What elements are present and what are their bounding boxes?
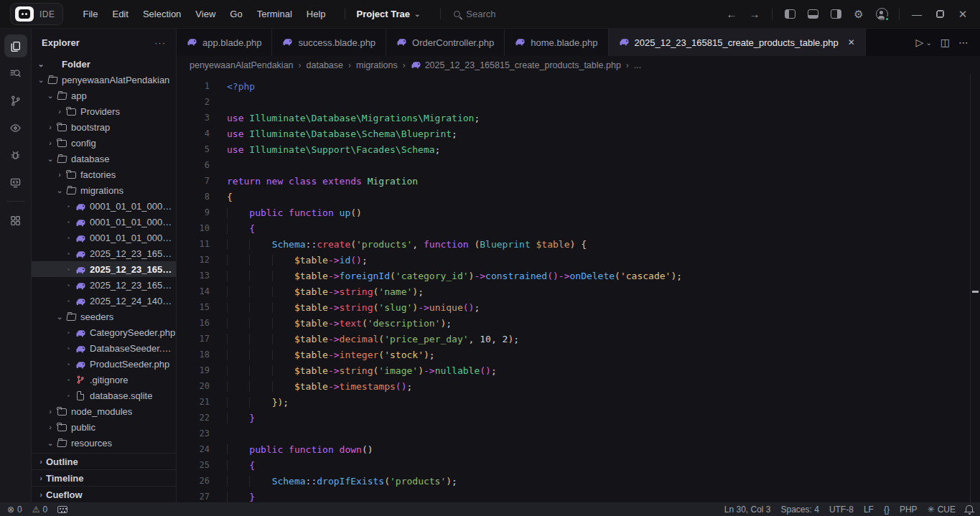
tree-item-penyewaanalatpendakian[interactable]: ⌄penyewaanAlatPendakian xyxy=(32,72,176,88)
source-control-icon[interactable] xyxy=(4,89,27,112)
tab-close-icon[interactable]: ✕ xyxy=(848,37,855,47)
status-warning[interactable]: ⚠0 xyxy=(32,505,47,515)
global-search[interactable]: Search xyxy=(440,9,495,19)
search-icon[interactable] xyxy=(4,62,27,85)
tree-item-config[interactable]: ›config xyxy=(32,135,176,151)
tab-ordercontroller-php[interactable]: OrderController.php xyxy=(386,29,505,56)
tree-item-node-modules[interactable]: ›node_modules xyxy=(32,403,176,419)
section-cueflow[interactable]: ›Cueflow xyxy=(32,486,176,502)
explorer-icon[interactable] xyxy=(4,34,27,57)
tree-item-0001-01-01-00000-[interactable]: 0001_01_01_00000... xyxy=(32,198,176,214)
scrollbar[interactable] xyxy=(970,74,980,502)
tree-item-factories[interactable]: ›factories xyxy=(32,166,176,182)
section-outline[interactable]: ›Outline xyxy=(32,453,176,469)
breadcrumb-item[interactable]: penyewaanAlatPendakian xyxy=(190,60,294,70)
code-text: Schema::create('products', function (Blu… xyxy=(210,239,587,250)
tab-home-blade-php[interactable]: home.blade.php xyxy=(505,29,608,56)
breadcrumb-item[interactable]: migrations xyxy=(356,60,398,70)
status-keyboard[interactable] xyxy=(57,506,67,513)
menu-selection[interactable]: Selection xyxy=(136,6,188,22)
run-button[interactable]: ▷⌄ xyxy=(916,37,932,48)
restore-button[interactable] xyxy=(930,5,950,24)
settings-gear-icon[interactable]: ⚙ xyxy=(849,5,869,24)
remote-console-icon[interactable] xyxy=(4,171,27,194)
status-cue[interactable]: ✳CUE xyxy=(928,505,956,515)
indent-guide xyxy=(227,381,249,392)
tree-item-2025-12-24-14043-[interactable]: 2025_12_24_14043... xyxy=(32,293,176,309)
code-line: 19 $table->string('image')->nullable(); xyxy=(177,362,970,378)
menu-go[interactable]: Go xyxy=(223,6,249,22)
menu-view[interactable]: View xyxy=(188,6,223,22)
tree-item-providers[interactable]: ›Providers xyxy=(32,103,176,119)
split-editor-icon[interactable]: ◫ xyxy=(941,37,950,48)
toggle-right-panel-button[interactable] xyxy=(826,5,846,24)
tree-item-0001-01-01-00000-[interactable]: 0001_01_01_00000... xyxy=(32,214,176,230)
line-number: 8 xyxy=(177,192,210,202)
section-timeline[interactable]: ›Timeline xyxy=(32,469,176,486)
tab-2025-12-23-165815-create-products-table-php[interactable]: 2025_12_23_165815_create_products_table.… xyxy=(609,29,866,56)
more-actions-icon[interactable]: ⋯ xyxy=(958,37,969,48)
code-text: public function down() xyxy=(210,444,373,455)
status-item-right-4[interactable]: {} xyxy=(884,505,890,515)
status-label: {} xyxy=(884,505,890,515)
close-button[interactable]: ✕ xyxy=(953,5,973,24)
toggle-bottom-panel-button[interactable] xyxy=(803,5,823,24)
status-item-right-1[interactable]: Spaces: 4 xyxy=(781,505,819,515)
toggle-left-panel-button[interactable] xyxy=(780,5,800,24)
tab-app-blade-php[interactable]: app.blade.php xyxy=(177,29,272,56)
tree-item--gitignore[interactable]: .gitignore xyxy=(32,372,176,388)
line-number: 7 xyxy=(177,176,210,186)
breadcrumb-item[interactable]: 2025_12_23_165815_create_products_table.… xyxy=(411,60,621,71)
menu-help[interactable]: Help xyxy=(299,6,333,22)
menu-edit[interactable]: Edit xyxy=(105,6,135,22)
tree-item-2025-12-23-16571-[interactable]: 2025_12_23_16571... xyxy=(32,245,176,261)
menu-terminal[interactable]: Terminal xyxy=(250,6,299,22)
status-bell[interactable] xyxy=(966,507,973,512)
indent-guide xyxy=(272,286,294,297)
tree-item-database-sqlite[interactable]: database.sqlite xyxy=(32,388,176,403)
account-button[interactable] xyxy=(872,5,892,24)
breadcrumb-item[interactable]: database xyxy=(307,60,343,70)
back-button[interactable]: ← xyxy=(722,5,742,24)
tree-item-0001-01-01-00000-[interactable]: 0001_01_01_00000... xyxy=(32,230,176,245)
tree-item-databaseseeder-php[interactable]: DatabaseSeeder.php xyxy=(32,340,176,356)
tree-section-folder[interactable]: ⌄Folder xyxy=(32,56,176,72)
tree-item-migrations[interactable]: ⌄migrations xyxy=(32,182,176,198)
app-logo[interactable]: IDE xyxy=(10,3,63,25)
tree-item-2025-12-23-16585-[interactable]: 2025_12_23_16585... xyxy=(32,277,176,293)
tree-item-bootstrap[interactable]: ›bootstrap xyxy=(32,119,176,135)
forward-button[interactable]: → xyxy=(745,5,765,24)
minimize-button[interactable]: — xyxy=(907,5,927,24)
tree-item-2025-12-23-16581-[interactable]: 2025_12_23_16581... xyxy=(32,261,176,277)
activity-bar xyxy=(0,29,32,502)
debug-icon[interactable] xyxy=(4,144,27,166)
tree-item-database[interactable]: ⌄database xyxy=(32,151,176,166)
tree-item-seeders[interactable]: ⌄seeders xyxy=(32,309,176,324)
status-item-right-0[interactable]: Ln 30, Col 3 xyxy=(724,505,771,515)
tree-item-label: DatabaseSeeder.php xyxy=(87,343,176,354)
tree-item-public[interactable]: ›public xyxy=(32,419,176,435)
extensions-icon[interactable] xyxy=(4,209,27,232)
status-item-right-5[interactable]: PHP xyxy=(900,505,918,515)
more-actions-icon[interactable]: ··· xyxy=(154,37,166,48)
tree-item-label: database.sqlite xyxy=(87,390,152,401)
scrollbar-marker xyxy=(972,291,979,293)
chevron-down-icon: ⌄ xyxy=(45,438,55,448)
breadcrumb-item[interactable]: ... xyxy=(634,60,641,70)
tab-success-blade-php[interactable]: success.blade.php xyxy=(272,29,386,56)
indent-guide xyxy=(272,255,294,266)
status-error[interactable]: ⊗0 xyxy=(7,505,22,515)
tree-item-categoryseeder-php[interactable]: CategorySeeder.php xyxy=(32,324,176,340)
tree-item-productseeder-php[interactable]: ProductSeeder.php xyxy=(32,356,176,372)
project-selector[interactable]: Project Trae ⌄ xyxy=(345,9,421,19)
menu-file[interactable]: File xyxy=(76,6,106,22)
tree-item-label: 2025_12_23_16581... xyxy=(87,264,176,275)
indent-guide xyxy=(249,318,271,329)
code-editor[interactable]: 1<?php23use Illuminate\Database\Migratio… xyxy=(177,74,980,502)
status-item-right-2[interactable]: UTF-8 xyxy=(829,505,854,515)
preview-icon[interactable] xyxy=(4,116,27,139)
tree-item-app[interactable]: ⌄app xyxy=(32,88,176,103)
breadcrumb-label: 2025_12_23_165815_create_products_table.… xyxy=(425,60,621,70)
tree-item-resources[interactable]: ⌄resources xyxy=(32,435,176,451)
status-item-right-3[interactable]: LF xyxy=(864,505,874,515)
